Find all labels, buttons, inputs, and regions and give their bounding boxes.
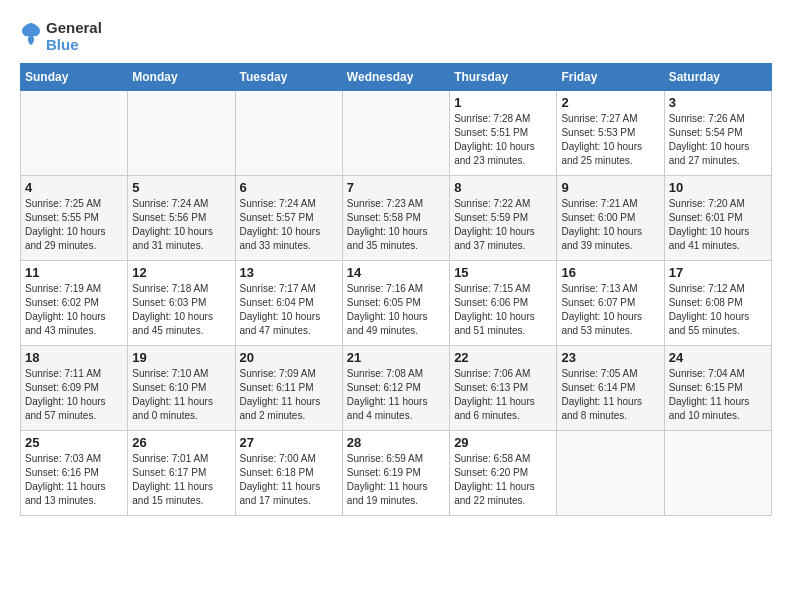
day-info: Sunrise: 7:01 AM Sunset: 6:17 PM Dayligh…: [132, 452, 230, 508]
day-info: Sunrise: 7:20 AM Sunset: 6:01 PM Dayligh…: [669, 197, 767, 253]
calendar-cell: 4Sunrise: 7:25 AM Sunset: 5:55 PM Daylig…: [21, 176, 128, 261]
day-info: Sunrise: 7:13 AM Sunset: 6:07 PM Dayligh…: [561, 282, 659, 338]
day-info: Sunrise: 7:24 AM Sunset: 5:57 PM Dayligh…: [240, 197, 338, 253]
calendar-cell: [664, 431, 771, 516]
day-number: 10: [669, 180, 767, 195]
day-info: Sunrise: 7:17 AM Sunset: 6:04 PM Dayligh…: [240, 282, 338, 338]
calendar-cell: 26Sunrise: 7:01 AM Sunset: 6:17 PM Dayli…: [128, 431, 235, 516]
calendar-cell: 28Sunrise: 6:59 AM Sunset: 6:19 PM Dayli…: [342, 431, 449, 516]
day-info: Sunrise: 7:16 AM Sunset: 6:05 PM Dayligh…: [347, 282, 445, 338]
calendar-cell: 5Sunrise: 7:24 AM Sunset: 5:56 PM Daylig…: [128, 176, 235, 261]
day-info: Sunrise: 7:18 AM Sunset: 6:03 PM Dayligh…: [132, 282, 230, 338]
calendar-cell: 27Sunrise: 7:00 AM Sunset: 6:18 PM Dayli…: [235, 431, 342, 516]
day-info: Sunrise: 7:19 AM Sunset: 6:02 PM Dayligh…: [25, 282, 123, 338]
day-number: 18: [25, 350, 123, 365]
calendar-table: SundayMondayTuesdayWednesdayThursdayFrid…: [20, 63, 772, 516]
calendar-week-row: 25Sunrise: 7:03 AM Sunset: 6:16 PM Dayli…: [21, 431, 772, 516]
calendar-cell: 3Sunrise: 7:26 AM Sunset: 5:54 PM Daylig…: [664, 91, 771, 176]
day-info: Sunrise: 7:26 AM Sunset: 5:54 PM Dayligh…: [669, 112, 767, 168]
day-info: Sunrise: 7:21 AM Sunset: 6:00 PM Dayligh…: [561, 197, 659, 253]
weekday-header-row: SundayMondayTuesdayWednesdayThursdayFrid…: [21, 64, 772, 91]
day-number: 16: [561, 265, 659, 280]
day-number: 1: [454, 95, 552, 110]
weekday-header-wednesday: Wednesday: [342, 64, 449, 91]
day-info: Sunrise: 7:24 AM Sunset: 5:56 PM Dayligh…: [132, 197, 230, 253]
day-info: Sunrise: 7:06 AM Sunset: 6:13 PM Dayligh…: [454, 367, 552, 423]
calendar-cell: 13Sunrise: 7:17 AM Sunset: 6:04 PM Dayli…: [235, 261, 342, 346]
calendar-cell: 22Sunrise: 7:06 AM Sunset: 6:13 PM Dayli…: [450, 346, 557, 431]
day-number: 25: [25, 435, 123, 450]
calendar-cell: 6Sunrise: 7:24 AM Sunset: 5:57 PM Daylig…: [235, 176, 342, 261]
day-info: Sunrise: 7:10 AM Sunset: 6:10 PM Dayligh…: [132, 367, 230, 423]
day-number: 12: [132, 265, 230, 280]
logo-text-blue: Blue: [46, 37, 102, 54]
weekday-header-friday: Friday: [557, 64, 664, 91]
day-info: Sunrise: 7:27 AM Sunset: 5:53 PM Dayligh…: [561, 112, 659, 168]
day-info: Sunrise: 7:08 AM Sunset: 6:12 PM Dayligh…: [347, 367, 445, 423]
day-info: Sunrise: 7:22 AM Sunset: 5:59 PM Dayligh…: [454, 197, 552, 253]
weekday-header-sunday: Sunday: [21, 64, 128, 91]
day-info: Sunrise: 6:59 AM Sunset: 6:19 PM Dayligh…: [347, 452, 445, 508]
day-number: 17: [669, 265, 767, 280]
day-number: 14: [347, 265, 445, 280]
day-number: 2: [561, 95, 659, 110]
calendar-cell: 15Sunrise: 7:15 AM Sunset: 6:06 PM Dayli…: [450, 261, 557, 346]
calendar-cell: 21Sunrise: 7:08 AM Sunset: 6:12 PM Dayli…: [342, 346, 449, 431]
day-number: 7: [347, 180, 445, 195]
day-number: 26: [132, 435, 230, 450]
calendar-cell: 19Sunrise: 7:10 AM Sunset: 6:10 PM Dayli…: [128, 346, 235, 431]
calendar-cell: [128, 91, 235, 176]
day-number: 6: [240, 180, 338, 195]
day-info: Sunrise: 7:25 AM Sunset: 5:55 PM Dayligh…: [25, 197, 123, 253]
calendar-week-row: 4Sunrise: 7:25 AM Sunset: 5:55 PM Daylig…: [21, 176, 772, 261]
calendar-cell: [21, 91, 128, 176]
calendar-week-row: 18Sunrise: 7:11 AM Sunset: 6:09 PM Dayli…: [21, 346, 772, 431]
logo: General Blue: [20, 20, 102, 53]
day-info: Sunrise: 7:04 AM Sunset: 6:15 PM Dayligh…: [669, 367, 767, 423]
day-number: 19: [132, 350, 230, 365]
day-info: Sunrise: 7:12 AM Sunset: 6:08 PM Dayligh…: [669, 282, 767, 338]
calendar-cell: [235, 91, 342, 176]
day-info: Sunrise: 7:11 AM Sunset: 6:09 PM Dayligh…: [25, 367, 123, 423]
day-number: 29: [454, 435, 552, 450]
day-number: 24: [669, 350, 767, 365]
day-number: 3: [669, 95, 767, 110]
day-info: Sunrise: 7:05 AM Sunset: 6:14 PM Dayligh…: [561, 367, 659, 423]
calendar-week-row: 11Sunrise: 7:19 AM Sunset: 6:02 PM Dayli…: [21, 261, 772, 346]
calendar-cell: [557, 431, 664, 516]
weekday-header-tuesday: Tuesday: [235, 64, 342, 91]
weekday-header-monday: Monday: [128, 64, 235, 91]
logo-bird-icon: [20, 21, 42, 49]
calendar-cell: 24Sunrise: 7:04 AM Sunset: 6:15 PM Dayli…: [664, 346, 771, 431]
weekday-header-saturday: Saturday: [664, 64, 771, 91]
day-info: Sunrise: 6:58 AM Sunset: 6:20 PM Dayligh…: [454, 452, 552, 508]
calendar-cell: 25Sunrise: 7:03 AM Sunset: 6:16 PM Dayli…: [21, 431, 128, 516]
day-number: 22: [454, 350, 552, 365]
calendar-cell: 14Sunrise: 7:16 AM Sunset: 6:05 PM Dayli…: [342, 261, 449, 346]
calendar-cell: 10Sunrise: 7:20 AM Sunset: 6:01 PM Dayli…: [664, 176, 771, 261]
calendar-cell: 23Sunrise: 7:05 AM Sunset: 6:14 PM Dayli…: [557, 346, 664, 431]
day-info: Sunrise: 7:15 AM Sunset: 6:06 PM Dayligh…: [454, 282, 552, 338]
page-header: General Blue: [20, 16, 772, 53]
day-number: 5: [132, 180, 230, 195]
day-number: 11: [25, 265, 123, 280]
day-number: 23: [561, 350, 659, 365]
logo-text-general: General: [46, 20, 102, 37]
day-info: Sunrise: 7:09 AM Sunset: 6:11 PM Dayligh…: [240, 367, 338, 423]
day-info: Sunrise: 7:00 AM Sunset: 6:18 PM Dayligh…: [240, 452, 338, 508]
calendar-cell: 7Sunrise: 7:23 AM Sunset: 5:58 PM Daylig…: [342, 176, 449, 261]
calendar-cell: 1Sunrise: 7:28 AM Sunset: 5:51 PM Daylig…: [450, 91, 557, 176]
day-number: 13: [240, 265, 338, 280]
day-number: 4: [25, 180, 123, 195]
calendar-cell: 12Sunrise: 7:18 AM Sunset: 6:03 PM Dayli…: [128, 261, 235, 346]
calendar-cell: 8Sunrise: 7:22 AM Sunset: 5:59 PM Daylig…: [450, 176, 557, 261]
calendar-cell: 2Sunrise: 7:27 AM Sunset: 5:53 PM Daylig…: [557, 91, 664, 176]
day-number: 27: [240, 435, 338, 450]
day-info: Sunrise: 7:23 AM Sunset: 5:58 PM Dayligh…: [347, 197, 445, 253]
day-number: 15: [454, 265, 552, 280]
calendar-cell: 20Sunrise: 7:09 AM Sunset: 6:11 PM Dayli…: [235, 346, 342, 431]
calendar-cell: 18Sunrise: 7:11 AM Sunset: 6:09 PM Dayli…: [21, 346, 128, 431]
day-number: 28: [347, 435, 445, 450]
weekday-header-thursday: Thursday: [450, 64, 557, 91]
calendar-cell: 29Sunrise: 6:58 AM Sunset: 6:20 PM Dayli…: [450, 431, 557, 516]
